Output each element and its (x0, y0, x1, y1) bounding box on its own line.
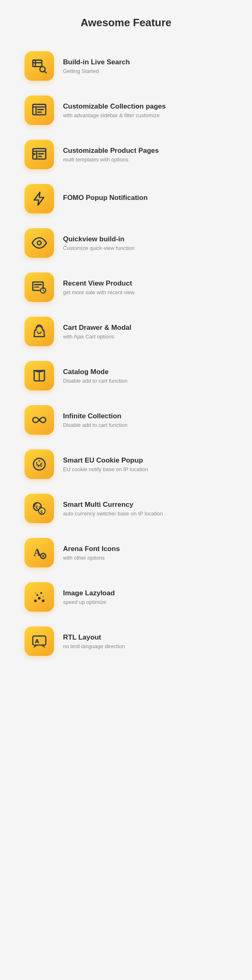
cart-icon (32, 324, 47, 339)
infinite-icon (32, 412, 47, 428)
feature-icon-rtl-layout: A A (25, 626, 54, 656)
svg-point-43 (43, 596, 44, 597)
svg-line-4 (45, 71, 46, 73)
feature-icon-multi-currency: € $ (25, 494, 54, 523)
feature-item-lazyload: Image Lazyload speed up optimize (25, 575, 227, 619)
feature-subtitle-catalog-mode: Disable add to cart function (63, 378, 128, 384)
feature-icon-product-pages (25, 140, 54, 169)
feature-item-live-search: Build-in Live Search Getting Started (25, 44, 227, 88)
svg-rect-0 (33, 60, 42, 67)
feature-text-eu-cookie: Smart EU Cookie Popup EU cookie notify b… (63, 456, 148, 472)
feature-subtitle-product-pages: multi templates with options (63, 157, 159, 163)
fomo-icon (32, 191, 47, 206)
svg-point-42 (35, 592, 36, 594)
feature-icon-collection-pages (25, 95, 54, 125)
font-icon: A (32, 545, 47, 560)
feature-icon-cart-drawer (25, 317, 54, 346)
svg-rect-9 (37, 111, 42, 113)
feature-icon-live-search (25, 51, 54, 81)
feature-text-live-search: Build-in Live Search Getting Started (63, 58, 130, 74)
feature-text-infinite-collection: Infinite Collection Disable add to cart … (63, 412, 128, 428)
cookie-icon (32, 456, 47, 472)
feature-text-product-pages: Customizable Product Pages multi templat… (63, 147, 159, 163)
feature-text-font-icons: Arena Font Icons with other options (63, 545, 120, 561)
feature-text-fomo: FOMO Popup Notification (63, 194, 148, 204)
svg-rect-19 (34, 286, 39, 287)
feature-item-eu-cookie: Smart EU Cookie Popup EU cookie notify b… (25, 442, 227, 486)
feature-title-lazyload: Image Lazyload (63, 589, 115, 597)
feature-item-multi-currency: € $ Smart Multi Currency auto currency s… (25, 486, 227, 531)
feature-title-fomo: FOMO Popup Notification (63, 194, 148, 202)
collection-icon (32, 102, 47, 118)
product-icon (32, 147, 47, 162)
feature-item-product-pages: Customizable Product Pages multi templat… (25, 132, 227, 177)
page-title: Awesome Feature (25, 16, 227, 29)
feature-title-recent-view: Recent View Product (63, 279, 135, 288)
feature-icon-quickview (25, 228, 54, 258)
feature-text-collection-pages: Customizable Collection pages with advan… (63, 102, 166, 118)
feature-title-live-search: Build-in Live Search (63, 58, 130, 66)
currency-icon: € $ (32, 501, 47, 516)
feature-text-catalog-mode: Catalog Mode Disable add to cart functio… (63, 368, 128, 384)
svg-rect-18 (34, 284, 42, 285)
feature-text-multi-currency: Smart Multi Currency auto currency switc… (63, 501, 163, 517)
feature-item-recent-view: Recent View Product get more sale with r… (25, 265, 227, 309)
svg-rect-15 (34, 153, 36, 155)
feature-subtitle-multi-currency: auto currency switcher base on IP locati… (63, 510, 163, 517)
svg-text:€: € (36, 505, 38, 510)
feature-subtitle-rtl-layout: no limit language direction (63, 643, 125, 649)
feature-item-rtl-layout: A A RTL Layout no limit language directi… (25, 619, 227, 663)
feature-text-recent-view: Recent View Product get more sale with r… (63, 279, 135, 295)
svg-rect-8 (37, 109, 44, 110)
feature-item-infinite-collection: Infinite Collection Disable add to cart … (25, 398, 227, 442)
feature-item-font-icons: A Arena Font Icons with other options (25, 531, 227, 575)
feature-list: Build-in Live Search Getting Started Cus… (25, 44, 227, 663)
svg-point-41 (40, 592, 42, 594)
feature-title-product-pages: Customizable Product Pages (63, 147, 159, 155)
svg-point-38 (38, 597, 40, 599)
feature-title-collection-pages: Customizable Collection pages (63, 102, 166, 111)
svg-rect-13 (38, 153, 44, 154)
feature-icon-eu-cookie (25, 449, 54, 479)
feature-subtitle-quickview: Customize quick-view function (63, 245, 135, 251)
lazyload-icon (32, 589, 47, 605)
feature-title-infinite-collection: Infinite Collection (63, 412, 128, 420)
svg-point-22 (34, 458, 45, 470)
recent-icon (32, 279, 47, 295)
feature-item-cart-drawer: Cart Drawer & Modal with Ajax Cart optio… (25, 309, 227, 354)
feature-icon-infinite-collection (25, 405, 54, 435)
feature-icon-lazyload (25, 582, 54, 612)
feature-title-eu-cookie: Smart EU Cookie Popup (63, 456, 148, 465)
feature-text-cart-drawer: Cart Drawer & Modal with Ajax Cart optio… (63, 324, 131, 340)
feature-item-collection-pages: Customizable Collection pages with advan… (25, 88, 227, 132)
feature-title-quickview: Quickview build-in (63, 235, 135, 243)
feature-subtitle-font-icons: with other options (63, 555, 120, 561)
feature-item-fomo: FOMO Popup Notification (25, 177, 227, 221)
eye-icon (32, 235, 47, 251)
svg-rect-14 (38, 156, 42, 157)
feature-title-font-icons: Arena Font Icons (63, 545, 120, 553)
feature-subtitle-recent-view: get more sale with recent view (63, 289, 135, 295)
feature-subtitle-infinite-collection: Disable add to cart function (63, 422, 128, 428)
feature-title-multi-currency: Smart Multi Currency (63, 501, 163, 509)
svg-text:A: A (35, 638, 39, 644)
rtl-icon: A A (32, 633, 47, 649)
feature-text-lazyload: Image Lazyload speed up optimize (63, 589, 115, 605)
svg-point-37 (34, 599, 36, 602)
svg-text:$: $ (40, 510, 43, 514)
feature-icon-catalog-mode (25, 361, 54, 390)
feature-item-catalog-mode: Catalog Mode Disable add to cart functio… (25, 354, 227, 398)
svg-point-39 (42, 599, 44, 602)
svg-point-40 (36, 594, 38, 596)
feature-subtitle-lazyload: speed up optimize (63, 599, 115, 605)
feature-item-quickview: Quickview build-in Customize quick-view … (25, 221, 227, 265)
feature-title-cart-drawer: Cart Drawer & Modal (63, 324, 131, 332)
feature-icon-font-icons: A (25, 538, 54, 567)
feature-subtitle-eu-cookie: EU cookie notify base on IP location (63, 466, 148, 472)
feature-icon-recent-view (25, 272, 54, 302)
feature-text-quickview: Quickview build-in Customize quick-view … (63, 235, 135, 251)
search-icon (32, 58, 47, 74)
svg-point-16 (37, 241, 41, 245)
catalog-icon (32, 368, 47, 383)
feature-icon-fomo (25, 184, 54, 213)
